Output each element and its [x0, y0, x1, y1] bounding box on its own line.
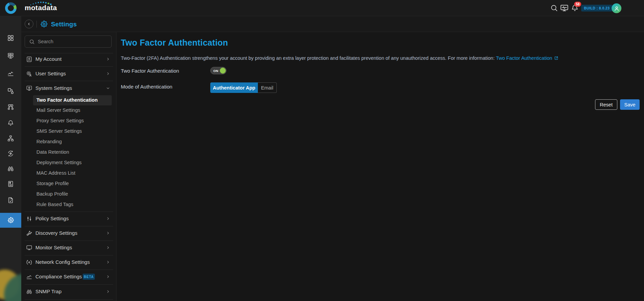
mode-of-authentication-segment: Authenticator App Email	[210, 82, 277, 93]
sliders-icon	[26, 216, 32, 222]
app-navigation-rail	[0, 16, 21, 301]
subitem-label: Two Factor Authentication	[36, 97, 98, 103]
sidebar-subitem-rebranding[interactable]: Rebranding	[21, 137, 116, 147]
divider	[25, 81, 113, 81]
bell-icon[interactable]	[7, 120, 14, 127]
mode-field-label: Mode of Authentication	[121, 84, 172, 90]
divider	[25, 299, 113, 300]
sidebar-subitem-proxy-server-settings[interactable]: Proxy Server Settings	[21, 116, 116, 126]
sidebar-item-snmp-trap[interactable]: SNMP Trap	[21, 286, 116, 297]
subitem-label: Storage Profile	[36, 181, 69, 186]
sidebar-subitem-mac-address-list[interactable]: MAC Address List	[21, 168, 116, 178]
chevron-right-icon	[106, 289, 110, 294]
mode-authenticator-app-button[interactable]: Authenticator App	[210, 82, 258, 93]
chart-icon	[26, 274, 32, 280]
mode-email-button[interactable]: Email	[258, 82, 277, 93]
two-factor-toggle[interactable]: ON	[210, 67, 226, 74]
page-description: Two-Factor (2FA) Authentication strength…	[121, 55, 559, 61]
subitem-label: Backup Profile	[36, 191, 68, 197]
monitor-gear-icon	[26, 85, 32, 92]
divider	[25, 53, 113, 53]
divider	[25, 284, 113, 285]
chevron-right-icon	[106, 260, 110, 265]
settings-sidebar: My Account User Settings System Settings…	[21, 32, 116, 301]
divider	[25, 211, 113, 212]
toggle-state-text: ON	[213, 69, 218, 73]
toggle-knob	[220, 68, 226, 74]
subitem-label: Rule Based Tags	[36, 202, 73, 207]
back-button[interactable]	[25, 20, 33, 28]
chevron-right-icon	[106, 216, 110, 221]
divider	[25, 255, 113, 255]
chevron-right-icon	[106, 245, 110, 250]
sitemap-icon[interactable]	[7, 135, 14, 142]
sidebar-subitem-rule-based-tags[interactable]: Rule Based Tags	[21, 200, 116, 210]
sidebar-search[interactable]	[25, 35, 112, 48]
search-input[interactable]	[38, 36, 109, 47]
servers-icon[interactable]	[7, 52, 14, 59]
gear-sync-icon	[26, 259, 32, 266]
subitem-label: Data Retention	[36, 149, 69, 155]
divider	[25, 226, 113, 226]
two-factor-authentication-link[interactable]: Two Factor Authentication	[496, 55, 552, 61]
sidebar-subitem-data-retention[interactable]: Data Retention	[21, 147, 116, 157]
molecule-icon	[26, 230, 32, 236]
sidebar-item-label: Monitor Settings	[35, 245, 72, 250]
sidebar-subitem-sms-server-settings[interactable]: SMS Server Settings	[21, 126, 116, 136]
topology-icon[interactable]	[7, 87, 14, 95]
sidebar-subitem-backup-profile[interactable]: Backup Profile	[21, 189, 116, 199]
gear-icon	[40, 20, 48, 28]
app-logo[interactable]	[5, 2, 17, 14]
sidebar-item-my-account[interactable]: My Account	[21, 54, 116, 64]
sidebar-item-label: Policy Settings	[35, 216, 69, 221]
automation-icon[interactable]	[7, 150, 14, 157]
sidebar-item-label: My Account	[35, 56, 62, 62]
subitem-label: Rebranding	[36, 139, 62, 144]
settings-header-bar: Settings	[21, 16, 644, 32]
sidebar-item-network-config-settings[interactable]: Network Config Settings	[21, 257, 116, 267]
sidebar-item-monitor-settings[interactable]: Monitor Settings	[21, 243, 116, 253]
sidebar-item-policy-settings[interactable]: Policy Settings	[21, 214, 116, 224]
monitor-pulse-icon[interactable]	[560, 4, 569, 12]
report-icon[interactable]	[7, 180, 14, 187]
external-link-icon[interactable]	[554, 56, 559, 60]
grid-icon[interactable]	[7, 34, 14, 42]
sidebar-item-discovery-settings[interactable]: Discovery Settings	[21, 228, 116, 238]
binoculars-icon[interactable]	[7, 165, 14, 172]
document-check-icon[interactable]	[7, 197, 14, 204]
divider	[25, 241, 113, 241]
subitem-label: Mail Server Settings	[36, 107, 80, 113]
subitem-label: Deployment Settings	[36, 160, 82, 165]
user-gear-icon	[26, 71, 32, 77]
chart-icon[interactable]	[7, 70, 14, 77]
sidebar-item-user-settings[interactable]: User Settings	[21, 69, 116, 79]
subitem-label: Proxy Server Settings	[36, 118, 84, 123]
sidebar-subitem-storage-profile[interactable]: Storage Profile	[21, 179, 116, 189]
rail-item-settings-active[interactable]	[0, 213, 21, 228]
search-icon	[29, 39, 35, 45]
divider	[25, 270, 113, 270]
person-icon	[613, 5, 620, 12]
top-bar: motadata 58 BUILD : 8.0.23	[0, 0, 644, 16]
device-tree-icon[interactable]	[7, 104, 14, 111]
chevron-right-icon	[106, 274, 110, 279]
sidebar-item-system-settings[interactable]: System Settings	[21, 83, 116, 93]
sidebar-subitem-deployment-settings[interactable]: Deployment Settings	[21, 158, 116, 168]
chevron-right-icon	[106, 231, 110, 235]
sidebar-subitem-two-factor-authentication[interactable]: Two Factor Authentication	[21, 95, 116, 105]
user-avatar[interactable]	[612, 3, 621, 13]
sidebar-item-compliance-settings[interactable]: Compliance Settings BETA	[21, 272, 116, 282]
subitem-label: MAC Address List	[36, 170, 75, 176]
save-button[interactable]: Save	[620, 99, 640, 110]
sidebar-item-label: Discovery Settings	[35, 230, 77, 236]
monitor-icon	[26, 245, 32, 251]
reset-button[interactable]: Reset	[595, 99, 617, 110]
page-breadcrumb-title: Settings	[51, 21, 77, 28]
sidebar-item-label: SNMP Trap	[35, 289, 61, 294]
description-text: Two-Factor (2FA) Authentication strength…	[121, 55, 496, 61]
toggle-field-label: Two Factor Authentication	[121, 68, 179, 74]
sidebar-subitem-mail-server-settings[interactable]: Mail Server Settings	[21, 105, 116, 116]
id-card-icon	[26, 56, 32, 62]
search-icon[interactable]	[550, 4, 558, 12]
binoculars-icon	[26, 289, 32, 295]
